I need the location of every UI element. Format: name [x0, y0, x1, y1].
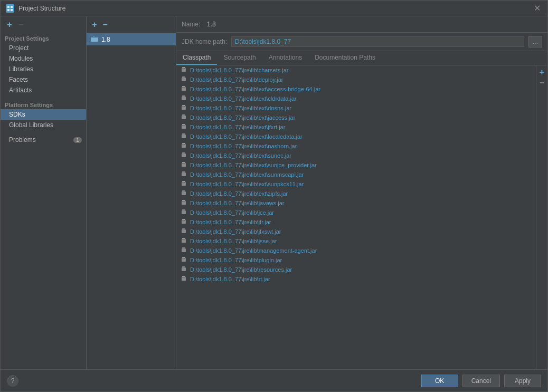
list-item[interactable]: D:\tools\jdk1.8.0_77\jre\lib\jce.jar	[176, 208, 536, 217]
jar-icon	[181, 142, 187, 150]
svg-rect-26	[182, 125, 185, 126]
tab-sourcepath[interactable]: Sourcepath	[217, 51, 262, 65]
classpath-item-text: D:\tools\jdk1.8.0_77\jre\lib\resources.j…	[190, 266, 292, 273]
svg-rect-45	[182, 192, 186, 195]
list-item[interactable]: D:\tools\jdk1.8.0_77\jre\lib\ext\sunmsca…	[176, 170, 536, 179]
classpath-panel: D:\tools\jdk1.8.0_77\jre\lib\charsets.ja…	[176, 65, 547, 369]
list-item[interactable]: D:\tools\jdk1.8.0_77\jre\lib\ext\localed…	[176, 132, 536, 141]
list-item[interactable]: D:\tools\jdk1.8.0_77\jre\lib\ext\sunpkcs…	[176, 179, 536, 189]
svg-rect-44	[182, 182, 185, 183]
classpath-item-text: D:\tools\jdk1.8.0_77\jre\lib\ext\sunmsca…	[190, 171, 304, 178]
list-item[interactable]: D:\tools\jdk1.8.0_77\jre\lib\ext\sunec.j…	[176, 151, 536, 160]
sidebar-item-facets[interactable]: Facets	[1, 74, 86, 85]
classpath-remove-button[interactable]: −	[537, 78, 547, 88]
cancel-button[interactable]: Cancel	[462, 375, 500, 387]
sidebar: + − Project Settings Project Modules Lib…	[1, 16, 87, 369]
list-item[interactable]: D:\tools\jdk1.8.0_77\jre\lib\ext\dnsns.j…	[176, 103, 536, 113]
svg-rect-35	[182, 154, 185, 154]
svg-rect-30	[182, 144, 186, 148]
jar-icon	[181, 266, 187, 273]
problems-badge: 1	[73, 137, 82, 143]
list-item[interactable]: D:\tools\jdk1.8.0_77\jre\lib\jfxswt.jar	[176, 227, 536, 236]
svg-rect-23	[182, 116, 185, 116]
jar-icon	[181, 161, 187, 169]
classpath-item-text: D:\tools\jdk1.8.0_77\jre\lib\plugin.jar	[190, 257, 282, 263]
svg-rect-47	[182, 192, 185, 192]
classpath-item-text: D:\tools\jdk1.8.0_77\jre\lib\charsets.ja…	[190, 67, 288, 73]
jar-icon	[181, 180, 187, 188]
classpath-item-text: D:\tools\jdk1.8.0_77\jre\lib\ext\access-…	[190, 86, 320, 92]
sidebar-item-label: SDKs	[9, 111, 25, 118]
list-item[interactable]: D:\tools\jdk1.8.0_77\jre\lib\jsse.jar	[176, 236, 536, 246]
sidebar-add-button[interactable]: +	[5, 20, 14, 30]
sidebar-item-sdks[interactable]: SDKs	[1, 109, 86, 120]
svg-rect-62	[182, 239, 185, 240]
classpath-item-text: D:\tools\jdk1.8.0_77\jre\lib\management-…	[190, 247, 317, 254]
sidebar-divider	[1, 95, 86, 100]
jdk-home-input[interactable]	[231, 36, 524, 47]
tab-classpath[interactable]: Classpath	[176, 51, 217, 65]
help-button[interactable]: ?	[7, 375, 18, 387]
tab-documentation-paths[interactable]: Documentation Paths	[308, 51, 382, 65]
list-item[interactable]: D:\tools\jdk1.8.0_77\jre\lib\deploy.jar	[176, 75, 536, 84]
svg-rect-17	[182, 97, 185, 97]
list-item[interactable]: D:\tools\jdk1.8.0_77\jre\lib\management-…	[176, 246, 536, 255]
jar-icon	[181, 237, 187, 245]
sidebar-item-label: Modules	[9, 55, 33, 62]
jar-icon	[181, 171, 187, 178]
jar-icon	[181, 218, 187, 226]
dialog-buttons: OK Cancel Apply	[421, 375, 541, 387]
sidebar-item-global-libraries[interactable]: Global Libraries	[1, 120, 86, 130]
list-item[interactable]: D:\tools\jdk1.8.0_77\jre\lib\rt.jar	[176, 274, 536, 284]
svg-rect-72	[182, 277, 186, 281]
apply-button[interactable]: Apply	[504, 375, 541, 387]
tabs-bar: Classpath Sourcepath Annotations Documen…	[176, 51, 547, 65]
list-item[interactable]: D:\tools\jdk1.8.0_77\jre\lib\resources.j…	[176, 265, 536, 274]
list-item[interactable]: D:\tools\jdk1.8.0_77\jre\lib\charsets.ja…	[176, 65, 536, 75]
dialog-title: Project Structure	[18, 5, 527, 12]
list-item[interactable]: D:\tools\jdk1.8.0_77\jre\lib\plugin.jar	[176, 255, 536, 265]
jar-icon	[181, 85, 187, 93]
platform-settings-label: Platform Settings	[1, 100, 86, 109]
list-item[interactable]: D:\tools\jdk1.8.0_77\jre\lib\javaws.jar	[176, 198, 536, 208]
sdk-item[interactable]: 1.8	[87, 33, 176, 45]
sdk-list-toolbar: + −	[87, 16, 176, 33]
list-item[interactable]: D:\tools\jdk1.8.0_77\jre\lib\ext\access-…	[176, 84, 536, 94]
classpath-item-text: D:\tools\jdk1.8.0_77\jre\lib\javaws.jar	[190, 200, 285, 206]
classpath-item-text: D:\tools\jdk1.8.0_77\jre\lib\jsse.jar	[190, 238, 277, 244]
list-item[interactable]: D:\tools\jdk1.8.0_77\jre\lib\ext\cldrdat…	[176, 94, 536, 103]
list-item[interactable]: D:\tools\jdk1.8.0_77\jre\lib\ext\nashorn…	[176, 141, 536, 151]
sdk-remove-button[interactable]: −	[100, 20, 110, 30]
svg-rect-1	[11, 6, 13, 8]
list-item[interactable]: D:\tools\jdk1.8.0_77\jre\lib\ext\jaccess…	[176, 113, 536, 122]
jar-icon	[181, 152, 187, 159]
sidebar-remove-button: −	[16, 20, 26, 30]
classpath-item-text: D:\tools\jdk1.8.0_77\jre\lib\ext\zipfs.j…	[190, 190, 288, 197]
ok-button[interactable]: OK	[421, 375, 458, 387]
jar-icon	[181, 66, 187, 74]
classpath-add-button[interactable]: +	[537, 68, 547, 77]
project-structure-dialog: Project Structure ✕ + − Project Settings…	[0, 0, 548, 392]
sdk-list-panel: + − 1.8	[87, 16, 176, 369]
sidebar-item-problems[interactable]: Problems 1	[1, 135, 86, 145]
sidebar-item-project[interactable]: Project	[1, 43, 86, 53]
sidebar-item-artifacts[interactable]: Artifacts	[1, 85, 86, 95]
list-item[interactable]: D:\tools\jdk1.8.0_77\jre\lib\ext\zipfs.j…	[176, 189, 536, 198]
tab-annotations[interactable]: Annotations	[262, 51, 308, 65]
svg-rect-65	[182, 248, 185, 249]
sidebar-item-modules[interactable]: Modules	[1, 53, 86, 64]
list-item[interactable]: D:\tools\jdk1.8.0_77\jre\lib\ext\sunjce_…	[176, 160, 536, 170]
close-button[interactable]: ✕	[532, 3, 542, 14]
svg-rect-66	[182, 258, 186, 262]
svg-rect-41	[182, 173, 185, 173]
classpath-item-text: D:\tools\jdk1.8.0_77\jre\lib\ext\jfxrt.j…	[190, 124, 285, 130]
sdk-add-button[interactable]: +	[90, 20, 99, 30]
svg-rect-39	[182, 173, 186, 176]
jar-icon	[181, 190, 187, 197]
sdk-item-label: 1.8	[101, 36, 110, 43]
list-item[interactable]: D:\tools\jdk1.8.0_77\jre\lib\jfr.jar	[176, 217, 536, 227]
list-item[interactable]: D:\tools\jdk1.8.0_77\jre\lib\ext\jfxrt.j…	[176, 122, 536, 132]
jdk-home-browse-button[interactable]: ...	[528, 36, 542, 47]
sidebar-item-libraries[interactable]: Libraries	[1, 64, 86, 74]
jar-icon	[181, 133, 187, 140]
